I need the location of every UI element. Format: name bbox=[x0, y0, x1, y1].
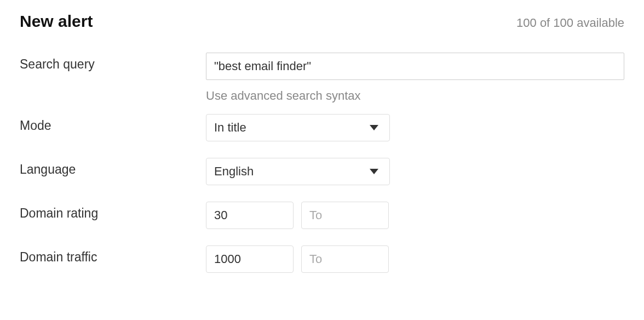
page-title: New alert bbox=[20, 12, 93, 31]
domain-traffic-from-input[interactable] bbox=[206, 245, 294, 273]
language-label: Language bbox=[20, 158, 206, 177]
chevron-down-icon bbox=[370, 125, 378, 130]
domain-traffic-to-input[interactable] bbox=[301, 245, 389, 273]
search-query-label: Search query bbox=[20, 53, 206, 72]
chevron-down-icon bbox=[370, 169, 378, 174]
domain-traffic-label: Domain traffic bbox=[20, 245, 206, 265]
mode-select[interactable]: In title bbox=[206, 114, 390, 141]
domain-rating-to-input[interactable] bbox=[301, 202, 389, 229]
domain-rating-from-input[interactable] bbox=[206, 202, 294, 229]
search-query-input[interactable] bbox=[206, 53, 624, 80]
alerts-remaining-counter: 100 of 100 available bbox=[516, 16, 624, 30]
language-selected-value: English bbox=[214, 164, 370, 179]
search-query-help: Use advanced search syntax bbox=[206, 89, 624, 103]
mode-selected-value: In title bbox=[214, 121, 370, 135]
language-select[interactable]: English bbox=[206, 158, 390, 185]
mode-label: Mode bbox=[20, 114, 206, 133]
domain-rating-label: Domain rating bbox=[20, 202, 206, 221]
